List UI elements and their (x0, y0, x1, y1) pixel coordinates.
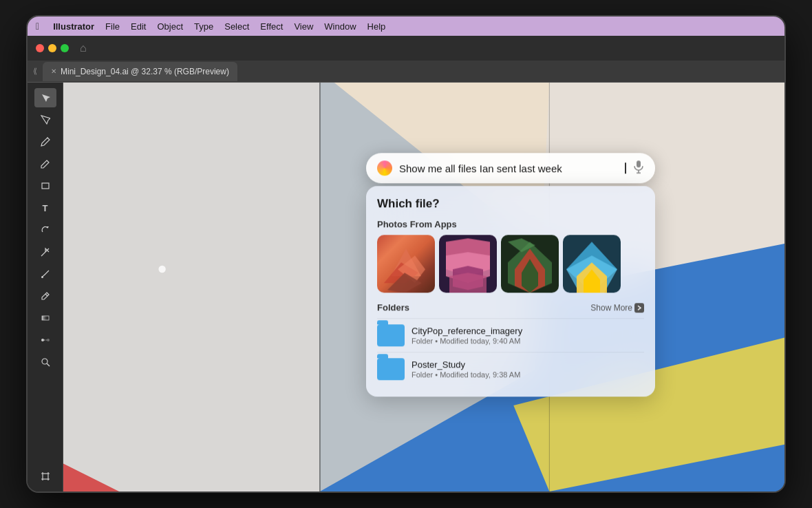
main-area: T (28, 83, 784, 491)
menu-effect[interactable]: Effect (260, 21, 283, 32)
menu-view[interactable]: View (294, 21, 313, 32)
svg-point-5 (47, 339, 50, 341)
canvas-area[interactable]: Show me all files Ian sent last week Whi… (63, 83, 784, 491)
photos-section-header: Photos From Apps (377, 219, 644, 229)
tool-eyedropper[interactable] (34, 286, 56, 306)
tool-brush[interactable] (34, 264, 56, 284)
tool-blend[interactable] (34, 330, 56, 350)
folders-section-header: Folders Show More (377, 302, 644, 313)
menu-object[interactable]: Object (157, 21, 183, 32)
svg-rect-17 (637, 160, 641, 167)
titlebar: ⌂ (28, 36, 784, 61)
svg-marker-10 (63, 83, 320, 491)
menu-help[interactable]: Help (367, 21, 386, 32)
siri-icon (377, 160, 392, 176)
results-panel: Which file? Photos From Apps (366, 186, 655, 396)
search-overlay: Show me all files Ian sent last week Whi… (366, 153, 655, 396)
menu-edit[interactable]: Edit (131, 21, 146, 32)
folder-info-2: Poster_Study Folder • Modified today, 9:… (412, 359, 644, 379)
tab-title: Mini_Design_04.ai @ 32.37 % (RGB/Preview… (61, 67, 229, 76)
apple-menu[interactable]:  (36, 21, 39, 32)
photo-thumb-2[interactable] (439, 235, 497, 293)
photos-label: Photos From Apps (377, 219, 457, 229)
toolbar: T (28, 83, 63, 491)
photo-thumb-4[interactable] (563, 235, 621, 293)
folder-name-2: Poster_Study (412, 359, 644, 370)
svg-rect-7 (43, 474, 48, 479)
traffic-lights (36, 44, 69, 52)
document-tab[interactable]: ✕ Mini_Design_04.ai @ 32.37 % (RGB/Previ… (43, 62, 237, 81)
tool-selection[interactable] (34, 88, 56, 107)
microphone-icon[interactable] (633, 160, 644, 176)
folder-icon-2 (377, 358, 405, 380)
svg-rect-36 (634, 303, 644, 313)
tool-rotate[interactable] (34, 220, 56, 240)
svg-rect-1 (42, 183, 49, 189)
menu-type[interactable]: Type (194, 21, 213, 32)
minimize-button[interactable] (48, 44, 56, 52)
tool-zoom[interactable] (34, 352, 56, 372)
collapse-button[interactable]: ⟪ (33, 67, 37, 76)
screen-bezel:  Illustrator File Edit Object Type Sele… (28, 17, 784, 491)
show-more-button[interactable]: Show More (590, 303, 644, 313)
menu-select[interactable]: Select (224, 21, 249, 32)
folder-item-1[interactable]: CityPop_reference_imagery Folder • Modif… (377, 318, 644, 352)
folder-meta-2: Folder • Modified today, 9:38 AM (412, 370, 644, 379)
photos-row (377, 235, 644, 293)
folder-icon-1 (377, 324, 405, 346)
folder-meta-1: Folder • Modified today, 9:40 AM (412, 337, 644, 345)
search-bar[interactable]: Show me all files Ian sent last week (366, 153, 655, 183)
tool-gradient[interactable] (34, 308, 56, 328)
tool-text[interactable]: T (34, 198, 56, 218)
folder-name-1: CityPop_reference_imagery (412, 326, 644, 336)
svg-rect-3 (42, 316, 49, 320)
tabbar: ⟪ ✕ Mini_Design_04.ai @ 32.37 % (RGB/Pre… (28, 61, 784, 83)
tool-direct-selection[interactable] (34, 110, 56, 129)
results-title: Which file? (377, 197, 644, 211)
folders-label: Folders (377, 302, 409, 313)
photo-thumb-3[interactable] (501, 235, 559, 293)
svg-point-4 (41, 339, 44, 341)
svg-point-0 (47, 138, 48, 139)
svg-point-15 (158, 266, 165, 273)
menubar:  Illustrator File Edit Object Type Sele… (28, 17, 784, 36)
folder-item-2[interactable]: Poster_Study Folder • Modified today, 9:… (377, 352, 644, 385)
maximize-button[interactable] (61, 44, 69, 52)
photo-thumb-1[interactable] (377, 235, 435, 293)
tool-artboard[interactable] (34, 467, 56, 486)
app-name: Illustrator (53, 21, 94, 32)
menu-window[interactable]: Window (324, 21, 356, 32)
folder-info-1: CityPop_reference_imagery Folder • Modif… (412, 326, 644, 345)
search-query-text: Show me all files Ian sent last week (399, 162, 618, 174)
tool-pencil[interactable] (34, 154, 56, 173)
menu-file[interactable]: File (105, 21, 120, 32)
text-cursor (625, 162, 626, 173)
svg-point-2 (41, 276, 43, 278)
tool-pen[interactable] (34, 132, 56, 151)
svg-point-6 (42, 359, 47, 364)
tab-close-icon[interactable]: ✕ (51, 67, 56, 75)
svg-marker-27 (449, 273, 487, 293)
close-button[interactable] (36, 44, 44, 52)
tool-scale[interactable] (34, 242, 56, 262)
tool-rectangle[interactable] (34, 176, 56, 195)
home-icon[interactable]: ⌂ (80, 42, 87, 54)
